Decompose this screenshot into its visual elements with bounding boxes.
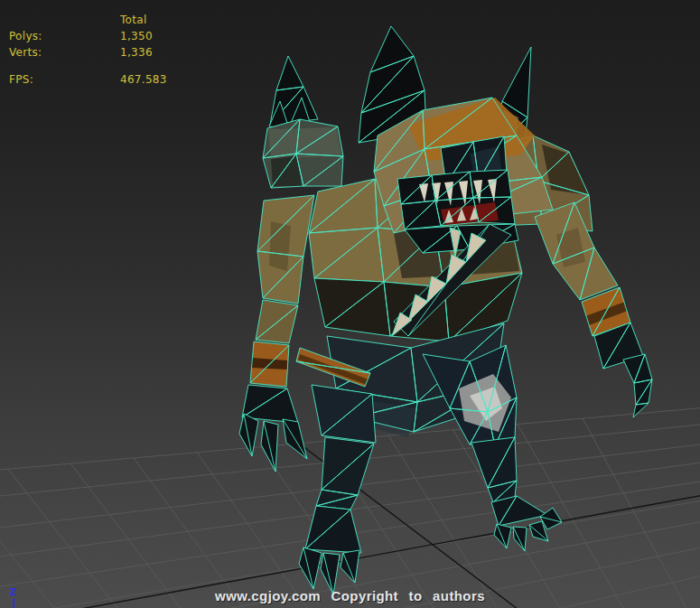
wireframe-model[interactable] <box>239 26 652 594</box>
stats-header-row: Total <box>9 12 167 28</box>
viewport-statistics: Total Polys:1,350 Verts:1,336 FPS:467.58… <box>9 12 167 88</box>
axis-z-label: Z <box>9 586 16 598</box>
axis-z-line <box>13 598 14 608</box>
fps-value: 467.583 <box>120 73 167 86</box>
watermark-text: www.cgjoy.com Copyright to authors <box>0 588 700 603</box>
verts-value: 1,336 <box>120 46 153 59</box>
fps-label: FPS: <box>9 71 120 88</box>
scene-canvas[interactable] <box>0 0 700 608</box>
polys-label: Polys: <box>9 28 120 44</box>
world-axis-gizmo: Z <box>7 586 25 608</box>
stats-header: Total <box>120 14 147 26</box>
stats-fps-row: FPS:467.583 <box>9 71 167 88</box>
polys-value: 1,350 <box>120 30 153 42</box>
stats-gap <box>9 61 167 71</box>
3d-viewport[interactable]: Total Polys:1,350 Verts:1,336 FPS:467.58… <box>0 0 700 608</box>
stats-polys-row: Polys:1,350 <box>9 28 167 44</box>
verts-label: Verts: <box>9 44 120 61</box>
stats-verts-row: Verts:1,336 <box>9 44 167 61</box>
